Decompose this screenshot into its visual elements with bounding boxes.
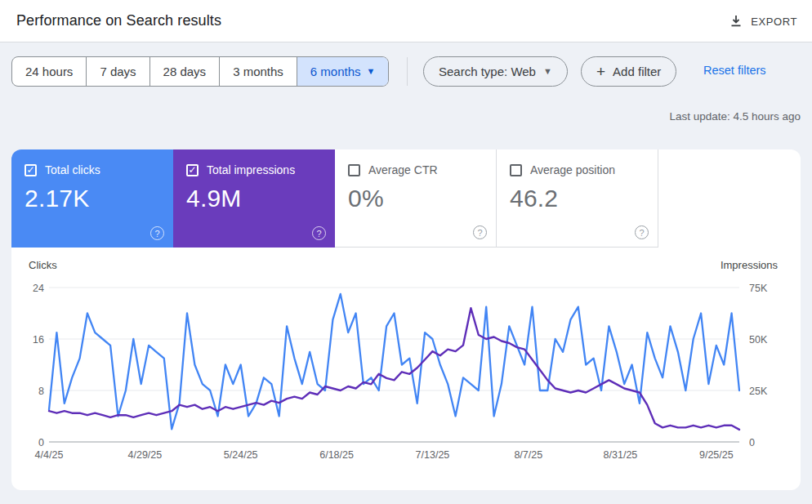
metric-label: Average CTR (368, 163, 438, 176)
download-icon (729, 15, 743, 28)
performance-card: ✓ Total clicks 2.17K ? ✓ Total impressio… (11, 149, 801, 490)
help-icon[interactable]: ? (312, 226, 326, 240)
svg-text:8/31/25: 8/31/25 (604, 449, 638, 461)
date-range-label: 28 days (163, 65, 207, 78)
svg-text:9/25/25: 9/25/25 (699, 449, 734, 461)
svg-text:4/29/25: 4/29/25 (128, 449, 163, 461)
date-range-label: 6 months (310, 65, 361, 78)
svg-text:Clicks: Clicks (29, 259, 57, 271)
metric-value: 2.17K (25, 185, 160, 212)
help-icon[interactable]: ? (635, 225, 649, 239)
metric-value: 46.2 (510, 185, 645, 212)
export-button[interactable]: EXPORT (729, 8, 797, 34)
add-filter-label: Add filter (613, 65, 661, 78)
chevron-down-icon: ▼ (543, 67, 552, 76)
metric-label: Average position (530, 163, 615, 176)
date-range-7-days[interactable]: 7 days (87, 57, 149, 86)
svg-text:0: 0 (749, 437, 755, 448)
date-range-group: 24 hours 7 days 28 days 3 months 6 month… (11, 56, 389, 87)
metric-value: 0% (348, 185, 483, 212)
metric-tiles: ✓ Total clicks 2.17K ? ✓ Total impressio… (11, 149, 658, 248)
last-update-text: Last update: 4.5 hours ago (669, 110, 801, 123)
svg-text:6/18/25: 6/18/25 (319, 449, 354, 461)
filter-divider (407, 57, 408, 86)
search-type-dropdown[interactable]: Search type: Web ▼ (423, 56, 568, 87)
svg-text:24: 24 (33, 283, 44, 294)
svg-text:16: 16 (33, 334, 44, 346)
reset-filters-link[interactable]: Reset filters (703, 64, 766, 77)
metric-tile-average-ctr[interactable]: Average CTR 0% ? (335, 149, 497, 248)
plus-icon: + (596, 64, 605, 79)
checkbox-unchecked-icon[interactable] (348, 164, 360, 176)
line-chart-canvas: ClicksImpressions2475K1650K825K004/4/254… (11, 248, 801, 490)
metric-label: Total clicks (45, 163, 100, 176)
date-range-24-hours[interactable]: 24 hours (12, 57, 87, 86)
metric-label: Total impressions (207, 163, 295, 176)
date-range-6-months[interactable]: 6 months ▼ (297, 57, 389, 86)
svg-text:50K: 50K (749, 334, 768, 346)
svg-text:Impressions: Impressions (721, 259, 779, 271)
page-header: Performance on Search results EXPORT (0, 0, 812, 42)
search-type-label: Search type: Web (439, 65, 536, 78)
date-range-label: 24 hours (25, 65, 73, 78)
chevron-down-icon: ▼ (367, 67, 376, 76)
date-range-label: 3 months (233, 65, 283, 78)
performance-chart: ClicksImpressions2475K1650K825K004/4/254… (11, 248, 801, 490)
svg-text:5/24/25: 5/24/25 (224, 449, 258, 461)
add-filter-button[interactable]: + Add filter (581, 56, 676, 87)
export-label: EXPORT (751, 16, 797, 28)
svg-text:8: 8 (38, 386, 44, 397)
date-range-3-months[interactable]: 3 months (220, 57, 297, 86)
checkbox-unchecked-icon[interactable] (510, 164, 522, 176)
checkbox-checked-icon[interactable]: ✓ (186, 164, 199, 176)
metric-tile-total-clicks[interactable]: ✓ Total clicks 2.17K ? (11, 149, 173, 248)
date-range-28-days[interactable]: 28 days (150, 57, 221, 86)
svg-text:4/4/25: 4/4/25 (35, 449, 64, 461)
metric-tile-total-impressions[interactable]: ✓ Total impressions 4.9M ? (173, 149, 335, 248)
help-icon[interactable]: ? (473, 225, 487, 239)
svg-text:7/13/25: 7/13/25 (416, 449, 450, 461)
svg-text:0: 0 (38, 437, 44, 448)
svg-text:75K: 75K (749, 283, 768, 294)
page-title: Performance on Search results (16, 0, 221, 42)
search-console-performance-page: Performance on Search results EXPORT 24 … (0, 0, 812, 504)
metric-value: 4.9M (186, 185, 322, 212)
help-icon[interactable]: ? (150, 226, 164, 240)
date-range-label: 7 days (100, 65, 136, 78)
checkbox-checked-icon[interactable]: ✓ (25, 164, 37, 176)
svg-text:8/7/25: 8/7/25 (514, 449, 542, 461)
metric-tile-average-position[interactable]: Average position 46.2 ? (497, 149, 658, 248)
svg-text:25K: 25K (749, 386, 768, 397)
